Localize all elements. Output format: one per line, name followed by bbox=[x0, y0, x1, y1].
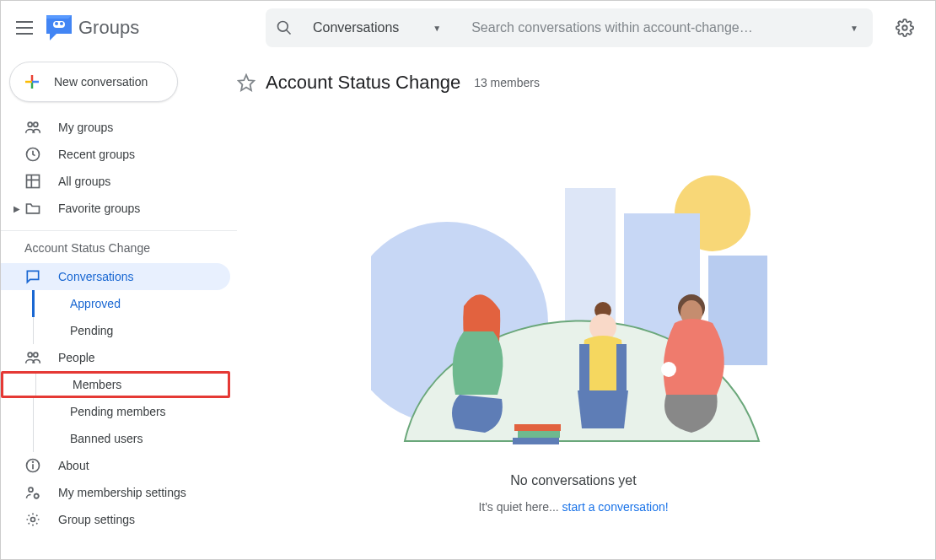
svg-rect-28 bbox=[616, 344, 627, 390]
svg-point-7 bbox=[34, 122, 38, 127]
nav-my-groups[interactable]: My groups bbox=[1, 114, 230, 141]
plus-icon bbox=[22, 72, 42, 92]
nav-label: Banned users bbox=[70, 432, 143, 445]
svg-rect-27 bbox=[579, 344, 589, 390]
nav-label: My membership settings bbox=[58, 486, 186, 499]
svg-point-11 bbox=[34, 353, 38, 357]
nav-label: People bbox=[58, 351, 95, 364]
svg-point-14 bbox=[33, 461, 34, 462]
nav-membership-settings[interactable]: My membership settings bbox=[1, 479, 230, 506]
sub-members[interactable]: Members bbox=[1, 371, 230, 398]
new-conversation-label: New conversation bbox=[54, 75, 148, 89]
nav-favorite-groups[interactable]: ▶ Favorite groups bbox=[1, 195, 230, 222]
svg-point-16 bbox=[35, 494, 39, 498]
svg-point-6 bbox=[28, 122, 32, 127]
nav-label: Favorite groups bbox=[58, 202, 140, 215]
svg-point-10 bbox=[28, 353, 32, 357]
sub-approved[interactable]: Approved bbox=[1, 290, 230, 317]
svg-point-3 bbox=[278, 22, 288, 32]
settings-button[interactable] bbox=[888, 11, 922, 45]
empty-state-title: No conversations yet bbox=[510, 473, 636, 488]
folder-icon bbox=[24, 200, 41, 217]
member-count[interactable]: 13 members bbox=[474, 76, 540, 89]
group-title: Account Status Change bbox=[266, 72, 460, 94]
info-icon bbox=[24, 457, 41, 474]
nav-label: Recent groups bbox=[58, 148, 135, 161]
svg-point-15 bbox=[29, 487, 33, 492]
nav-all-groups[interactable]: All groups bbox=[1, 168, 230, 195]
nav-label: My groups bbox=[58, 121, 113, 134]
sub-pending-members[interactable]: Pending members bbox=[1, 398, 230, 425]
nav-label: About bbox=[58, 459, 89, 472]
new-conversation-button[interactable]: New conversation bbox=[9, 62, 178, 102]
sidebar: New conversation My groups Recent groups… bbox=[1, 55, 237, 559]
svg-point-17 bbox=[31, 518, 35, 522]
start-conversation-link[interactable]: start a conversation! bbox=[562, 500, 669, 514]
nav-label: All groups bbox=[58, 175, 110, 188]
app-name: Groups bbox=[78, 17, 139, 39]
chat-icon bbox=[24, 268, 41, 285]
svg-point-2 bbox=[60, 22, 63, 25]
star-button[interactable] bbox=[237, 73, 256, 92]
gear-icon bbox=[24, 511, 41, 528]
svg-point-1 bbox=[55, 22, 58, 25]
nav-label: Pending bbox=[70, 324, 113, 337]
clock-icon bbox=[24, 146, 41, 163]
nav-recent-groups[interactable]: Recent groups bbox=[1, 141, 230, 168]
main-menu-button[interactable] bbox=[14, 18, 35, 38]
search-bar: Conversations ▼ ▼ bbox=[266, 8, 873, 47]
svg-rect-0 bbox=[53, 21, 65, 28]
nav-label: Pending members bbox=[70, 405, 166, 418]
svg-rect-32 bbox=[514, 424, 561, 431]
svg-marker-18 bbox=[239, 75, 254, 90]
nav-about[interactable]: About bbox=[1, 452, 230, 479]
nav-group-settings[interactable]: Group settings bbox=[1, 506, 230, 533]
svg-rect-9 bbox=[27, 175, 40, 188]
nav-conversations[interactable]: Conversations bbox=[1, 263, 230, 290]
svg-point-5 bbox=[902, 25, 907, 30]
groups-logo-icon bbox=[45, 15, 73, 40]
chevron-right-icon: ▶ bbox=[9, 204, 24, 213]
app-logo[interactable]: Groups bbox=[45, 15, 139, 40]
empty-state-illustration bbox=[371, 154, 776, 458]
search-options-dropdown[interactable]: ▼ bbox=[844, 24, 864, 33]
empty-prefix: It's quiet here... bbox=[478, 500, 562, 514]
search-scope-label: Conversations bbox=[313, 20, 399, 35]
nav-label: Conversations bbox=[58, 270, 134, 283]
group-section-label: Account Status Change bbox=[1, 241, 237, 255]
divider bbox=[1, 230, 237, 231]
search-icon[interactable] bbox=[274, 19, 294, 36]
main-content: Account Status Change 13 members bbox=[237, 55, 935, 559]
svg-line-4 bbox=[287, 30, 291, 35]
search-scope-dropdown[interactable]: Conversations ▼ bbox=[294, 8, 460, 47]
nav-label: Approved bbox=[70, 297, 121, 310]
people-icon bbox=[24, 119, 41, 136]
sub-banned-users[interactable]: Banned users bbox=[1, 425, 230, 452]
people-icon bbox=[24, 349, 41, 366]
person-gear-icon bbox=[24, 484, 41, 501]
nav-label: Members bbox=[73, 378, 121, 391]
search-input[interactable] bbox=[460, 20, 844, 35]
svg-point-31 bbox=[661, 362, 676, 377]
svg-rect-34 bbox=[513, 438, 559, 444]
nav-people[interactable]: People bbox=[1, 344, 230, 371]
chevron-down-icon: ▼ bbox=[433, 24, 441, 33]
empty-state-subtitle: It's quiet here... start a conversation! bbox=[478, 500, 668, 514]
grid-icon bbox=[24, 173, 41, 190]
svg-rect-33 bbox=[518, 431, 560, 438]
nav-label: Group settings bbox=[58, 513, 135, 526]
sub-pending[interactable]: Pending bbox=[1, 317, 230, 344]
